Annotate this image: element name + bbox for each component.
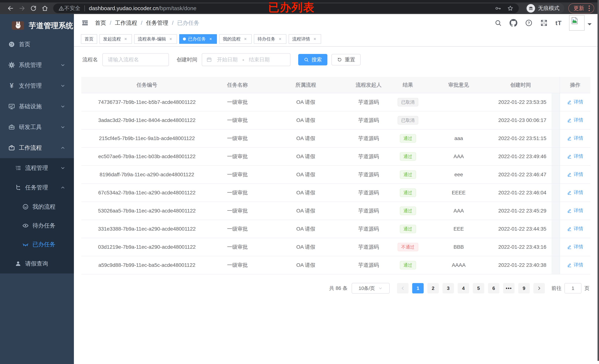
tab-home[interactable]: 首页 — [81, 34, 97, 44]
url-host[interactable]: dashboard.yudao.iocoder.cn — [89, 5, 159, 11]
detail-link[interactable]: 详情 — [567, 189, 583, 196]
fullscreen-icon[interactable] — [540, 19, 548, 27]
edit-pencil-icon — [567, 118, 572, 123]
insecure-warning-icon[interactable] — [58, 5, 64, 11]
insecure-label[interactable]: 不安全 — [64, 5, 80, 12]
status-badge: 通过 — [400, 134, 416, 143]
page-annotation: 已办列表 — [268, 0, 315, 15]
process-name-label: 流程名 — [82, 56, 98, 63]
range-separator: - — [242, 57, 244, 63]
sidebar-item-todo-tasks[interactable]: 待办任务 — [0, 216, 74, 235]
chevron-right-icon — [537, 286, 542, 291]
start-date-placeholder[interactable]: 开始日期 — [217, 56, 238, 63]
detail-link[interactable]: 详情 — [567, 171, 583, 178]
tab-my-process[interactable]: 我的流程× — [219, 34, 252, 44]
status-badge: 通过 — [400, 261, 416, 269]
tab-done-tasks[interactable]: 已办任务× — [179, 34, 217, 44]
breadcrumb-home[interactable]: 首页 — [95, 19, 106, 27]
detail-link[interactable]: 详情 — [567, 117, 583, 123]
sidebar-fold-icon[interactable] — [81, 19, 89, 27]
password-key-icon[interactable] — [495, 5, 502, 12]
sidebar-item-my-process[interactable]: 我的流程 — [0, 197, 74, 216]
sidebar-item-label: 已办任务 — [33, 240, 55, 248]
chevron-up-icon — [60, 185, 65, 190]
status-badge: 通过 — [400, 207, 416, 215]
page-button[interactable]: 9 — [518, 283, 530, 293]
close-icon[interactable]: × — [278, 36, 283, 42]
tags-view-bar: 首页 发起流程× 流程表单-编辑× 已办任务× 我的流程× 待办任务× 流程详情… — [74, 32, 599, 46]
sidebar-item-process-management[interactable]: 流程管理 — [0, 158, 74, 178]
end-date-placeholder[interactable]: 结束日期 — [249, 56, 270, 63]
page-button[interactable]: 4 — [458, 283, 469, 293]
detail-link[interactable]: 详情 — [567, 225, 583, 232]
browser-update-button[interactable]: 更新 — [568, 3, 594, 13]
flow-tree-icon — [15, 184, 21, 191]
prev-page-button[interactable] — [397, 283, 408, 293]
detail-link[interactable]: 详情 — [567, 207, 583, 214]
browser-reload-icon[interactable] — [28, 3, 39, 13]
bookmark-star-icon[interactable] — [507, 5, 514, 12]
next-page-button[interactable] — [533, 283, 545, 293]
font-size-icon[interactable]: tT — [555, 19, 562, 27]
edit-pencil-icon — [567, 208, 572, 213]
help-icon[interactable]: ? — [525, 19, 532, 27]
edit-pencil-icon — [567, 244, 572, 249]
close-icon[interactable]: × — [243, 36, 248, 42]
detail-link[interactable]: 详情 — [567, 99, 583, 105]
browser-menu-dots-icon[interactable] — [588, 5, 590, 12]
user-avatar[interactable] — [569, 15, 592, 31]
sidebar-item-home[interactable]: 首页 — [0, 34, 74, 55]
sidebar-item-leave-query[interactable]: 请假查询 — [0, 254, 74, 274]
reset-button[interactable]: 重置 — [331, 54, 361, 65]
tab-process-detail[interactable]: 流程详情× — [289, 34, 321, 44]
refresh-icon — [337, 57, 342, 62]
sidebar-item-payment[interactable]: ¥ 支付管理 — [0, 75, 74, 96]
breadcrumb-workflow[interactable]: 工作流程 — [115, 19, 137, 27]
goto-label: 前往 — [552, 285, 562, 292]
tab-start-process[interactable]: 发起流程× — [99, 34, 132, 44]
table-row: 67c534a2-7b9a-11ec-a290-acde48001122一级审批… — [81, 184, 590, 202]
sidebar-item-task-management[interactable]: 任务管理 — [0, 178, 74, 197]
col-actions: 操作 — [560, 77, 590, 93]
tab-process-form-edit[interactable]: 流程表单-编辑× — [134, 34, 177, 44]
sidebar-item-infrastructure[interactable]: 基础设施 — [0, 96, 74, 117]
page-button[interactable]: 1 — [412, 283, 424, 293]
sidebar-item-workflow[interactable]: 工作流程 — [0, 137, 74, 158]
close-icon[interactable]: × — [208, 36, 213, 42]
date-range-picker[interactable]: 开始日期 - 结束日期 — [202, 53, 291, 66]
detail-link[interactable]: 详情 — [567, 262, 583, 268]
update-label[interactable]: 更新 — [573, 5, 584, 12]
page-button[interactable]: 2 — [427, 283, 439, 293]
page-button[interactable]: 6 — [488, 283, 499, 293]
status-badge: 已取消 — [398, 116, 418, 124]
more-pages-button[interactable]: ••• — [503, 283, 515, 293]
close-icon[interactable]: × — [312, 36, 317, 42]
tab-todo-tasks[interactable]: 待办任务× — [254, 34, 286, 44]
table-row: 331e3388-7b9a-11ec-a290-acde48001122一级审批… — [81, 220, 590, 238]
page-button[interactable]: 5 — [473, 283, 484, 293]
breadcrumb-task-management[interactable]: 任务管理 — [146, 19, 168, 27]
page-size-select[interactable]: 10条/页 — [352, 283, 390, 293]
close-icon[interactable]: × — [123, 36, 128, 42]
browser-back-icon[interactable] — [5, 3, 16, 13]
browser-home-icon[interactable] — [39, 3, 51, 13]
col-create-time: 创建时间 — [490, 77, 552, 93]
yen-icon: ¥ — [8, 82, 15, 90]
goto-page-input[interactable] — [564, 283, 581, 293]
process-name-input[interactable] — [102, 53, 169, 66]
browser-forward-icon[interactable] — [16, 3, 28, 13]
github-icon[interactable] — [510, 19, 517, 27]
search-button[interactable]: 搜索 — [298, 54, 327, 65]
detail-link[interactable]: 详情 — [567, 135, 583, 141]
url-path[interactable]: /bpm/task/done — [159, 5, 196, 11]
search-icon[interactable] — [494, 19, 502, 27]
close-icon[interactable]: × — [168, 36, 173, 42]
sidebar-item-done-tasks[interactable]: 已办任务 — [0, 235, 74, 254]
detail-link[interactable]: 详情 — [567, 153, 583, 160]
sidebar-item-devtools[interactable]: 研发工具 — [0, 117, 74, 137]
sidebar-item-system[interactable]: 系统管理 — [0, 55, 74, 75]
detail-link[interactable]: 详情 — [567, 244, 583, 250]
sidebar-item-label: 支付管理 — [19, 82, 42, 90]
eye-closed-icon — [22, 241, 29, 248]
page-button[interactable]: 3 — [442, 283, 454, 293]
